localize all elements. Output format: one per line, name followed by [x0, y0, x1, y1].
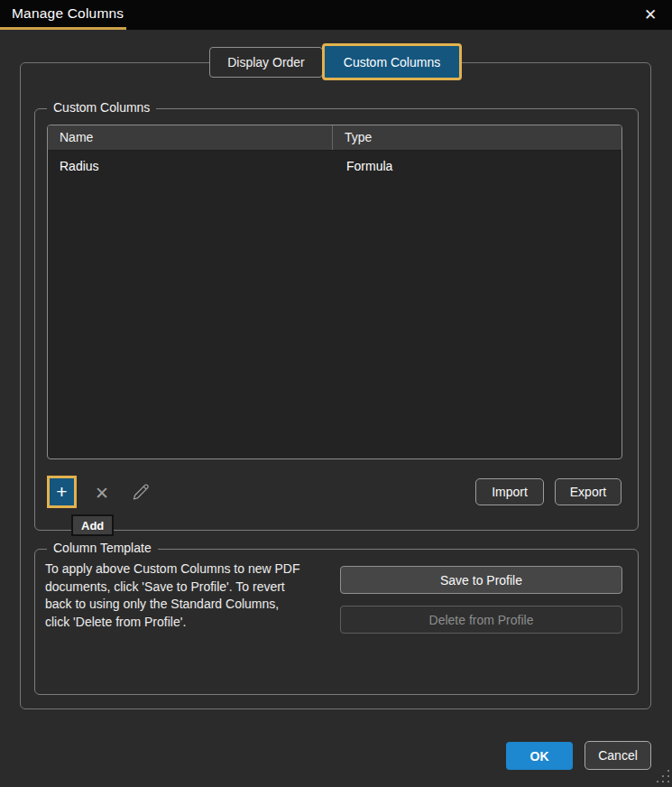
edit-button[interactable] [127, 478, 154, 505]
save-to-profile-button[interactable]: Save to Profile [340, 566, 622, 594]
custom-columns-table: Name Type Radius Formula [47, 125, 622, 459]
cell-type: Formula [334, 159, 621, 173]
cell-name: Radius [48, 159, 334, 173]
tab-custom-columns[interactable]: Custom Columns [322, 43, 462, 80]
export-button-label: Export [570, 485, 606, 499]
import-button-label: Import [492, 485, 528, 499]
ok-button-label: OK [530, 749, 549, 764]
manage-columns-dialog: Manage Columns ✕ Display Order Custom Co… [0, 0, 672, 787]
add-tooltip: Add [71, 514, 114, 536]
cancel-button[interactable]: Cancel [585, 741, 651, 770]
add-button[interactable]: + [47, 476, 77, 508]
close-button[interactable]: ✕ [638, 3, 663, 27]
delete-from-profile-label: Delete from Profile [429, 613, 534, 627]
column-header-type[interactable]: Type [333, 125, 621, 150]
column-template-group-label: Column Template [47, 541, 158, 555]
column-template-description: To apply above Custom Columns to new PDF… [45, 560, 346, 631]
title-bar: Manage Columns ✕ [0, 0, 672, 30]
close-icon: ✕ [644, 5, 657, 24]
delete-button[interactable]: ✕ [90, 481, 114, 505]
title-accent-underline [0, 27, 126, 30]
tab-display-order[interactable]: Display Order [209, 47, 323, 78]
delete-x-icon: ✕ [95, 483, 109, 504]
page-title: Manage Columns [12, 5, 124, 22]
tab-custom-columns-label: Custom Columns [344, 55, 440, 69]
import-button[interactable]: Import [475, 478, 544, 505]
column-header-name[interactable]: Name [48, 125, 333, 150]
add-tooltip-label: Add [81, 519, 104, 532]
table-row[interactable]: Radius Formula [48, 151, 621, 181]
ok-button[interactable]: OK [506, 742, 573, 770]
pencil-icon [130, 481, 152, 503]
export-button[interactable]: Export [555, 478, 621, 505]
cancel-button-label: Cancel [598, 748, 638, 763]
resize-grip[interactable] [655, 768, 669, 782]
table-header-row: Name Type [48, 125, 621, 151]
tab-display-order-label: Display Order [227, 55, 305, 69]
save-to-profile-label: Save to Profile [440, 573, 522, 588]
custom-columns-group-label: Custom Columns [47, 100, 156, 115]
delete-from-profile-button[interactable]: Delete from Profile [340, 606, 622, 634]
plus-icon: + [56, 481, 67, 503]
